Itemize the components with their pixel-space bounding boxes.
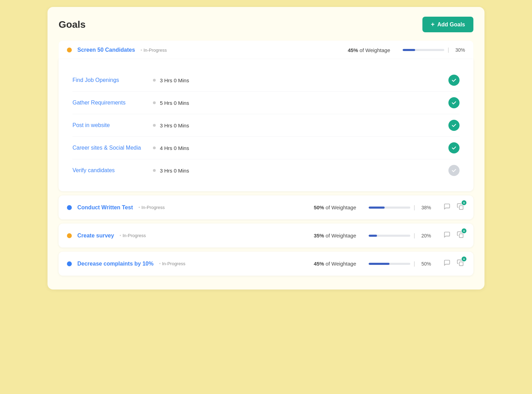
subtask-panel-screen-candidates: Find Job Openings 3 Hrs 0 Mins Gather Re… — [59, 59, 473, 191]
goal-row-written-test: Conduct Written Test In-Progress 50% of … — [59, 195, 473, 219]
add-badge: + — [462, 200, 466, 205]
svg-rect-0 — [460, 206, 463, 210]
add-subtask-button[interactable]: + — [455, 230, 465, 241]
subtask-name-career-sites[interactable]: Career sites & Social Media — [72, 145, 149, 151]
goal-name-screen-candidates[interactable]: Screen 50 Candidates — [77, 47, 135, 53]
goal-dot-orange — [67, 48, 72, 52]
subtask-dot — [153, 124, 156, 127]
goal-dot-blue — [67, 205, 72, 210]
progress-pct: 30% — [453, 47, 465, 53]
progress-divider: | — [414, 233, 415, 239]
progress-pct: 50% — [419, 261, 431, 267]
add-goals-button[interactable]: + Add Goals — [422, 17, 473, 32]
goal-progress-written-test: | 38% — [369, 204, 431, 211]
subtask-name-gather-req[interactable]: Gather Requirements — [72, 100, 149, 106]
goal-name-create-survey[interactable]: Create survey — [77, 233, 114, 239]
goal-actions-written-test: + — [442, 202, 465, 213]
subtask-row: Post in website 3 Hrs 0 Mins — [72, 114, 460, 137]
goal-name-decrease-complaints[interactable]: Decrease complaints by 10% — [77, 261, 154, 267]
subtask-dot — [153, 169, 156, 172]
subtask-row: Career sites & Social Media 4 Hrs 0 Mins — [72, 137, 460, 159]
goal-header-create-survey: Create survey In-Progress 35% of Weighta… — [59, 224, 473, 248]
goals-card: Goals + Add Goals Screen 50 Candidates I… — [48, 7, 484, 290]
subtask-row: Find Job Openings 3 Hrs 0 Mins — [72, 69, 460, 92]
progress-divider: | — [414, 261, 415, 267]
goal-status-create-survey: In-Progress — [120, 233, 146, 238]
add-badge: + — [462, 257, 466, 261]
progress-bar-fill — [369, 207, 385, 209]
check-done-icon — [448, 75, 460, 86]
subtask-name-verify[interactable]: Verify candidates — [72, 167, 149, 174]
add-subtask-button[interactable]: + — [455, 202, 465, 213]
goal-header-decrease-complaints: Decrease complaints by 10% In-Progress 4… — [59, 252, 473, 276]
goal-dot-blue — [67, 261, 72, 266]
goal-weightage-written-test: 50% of Weightage — [314, 204, 356, 210]
check-done-icon — [448, 120, 460, 131]
progress-divider: | — [414, 204, 415, 211]
progress-bar-fill — [369, 235, 377, 237]
subtask-time-gather-req: 5 Hrs 0 Mins — [160, 100, 444, 106]
subtask-time-career-sites: 4 Hrs 0 Mins — [160, 145, 444, 151]
goal-status-screen-candidates: In-Progress — [140, 48, 167, 53]
subtask-time-find-job: 3 Hrs 0 Mins — [160, 77, 444, 83]
goal-progress-decrease-complaints: | 50% — [369, 261, 431, 267]
subtask-row: Gather Requirements 5 Hrs 0 Mins — [72, 92, 460, 114]
page-title: Goals — [59, 19, 86, 30]
check-pending-icon — [448, 165, 460, 176]
progress-pct: 38% — [419, 205, 431, 210]
progress-pct: 20% — [419, 233, 431, 238]
goal-weightage-decrease-complaints: 45% of Weightage — [314, 261, 356, 267]
goals-header: Goals + Add Goals — [59, 17, 473, 32]
goal-weightage-create-survey: 35% of Weightage — [314, 233, 356, 238]
goal-weightage-screen-candidates: 45% of Weightage — [348, 47, 390, 53]
goal-row-screen-candidates: Screen 50 Candidates In-Progress 45% of … — [59, 41, 473, 191]
goal-dot-orange — [67, 233, 72, 238]
goal-progress-create-survey: | 20% — [369, 233, 431, 239]
add-goals-label: Add Goals — [437, 22, 465, 28]
add-badge: + — [462, 228, 466, 233]
subtask-time-post-website: 3 Hrs 0 Mins — [160, 123, 444, 128]
goal-row-decrease-complaints: Decrease complaints by 10% In-Progress 4… — [59, 252, 473, 276]
progress-bar-bg — [369, 263, 410, 265]
subtask-name-find-job[interactable]: Find Job Openings — [72, 77, 149, 83]
svg-rect-2 — [460, 262, 463, 266]
add-subtask-button[interactable]: + — [455, 258, 465, 269]
subtask-row: Verify candidates 3 Hrs 0 Mins — [72, 159, 460, 182]
progress-bar-fill — [369, 263, 389, 265]
goal-progress-screen-candidates: | 30% — [403, 47, 465, 53]
check-done-icon — [448, 142, 460, 153]
subtask-dot — [153, 101, 156, 104]
check-done-icon — [448, 97, 460, 108]
goal-status-written-test: In-Progress — [138, 205, 165, 210]
goal-name-written-test[interactable]: Conduct Written Test — [77, 204, 133, 211]
comment-button[interactable] — [442, 258, 452, 269]
goal-actions-decrease-complaints: + — [442, 258, 465, 269]
progress-bar-fill — [403, 49, 415, 51]
comment-button[interactable] — [442, 230, 452, 241]
subtask-time-verify: 3 Hrs 0 Mins — [160, 168, 444, 174]
plus-icon: + — [431, 21, 435, 28]
goal-actions-create-survey: + — [442, 230, 465, 241]
comment-button[interactable] — [442, 202, 452, 213]
progress-divider: | — [448, 47, 449, 53]
progress-bar-bg — [403, 49, 444, 51]
goal-status-decrease-complaints: In-Progress — [159, 261, 186, 266]
subtask-dot — [153, 79, 156, 82]
progress-bar-bg — [369, 235, 410, 237]
subtask-dot — [153, 146, 156, 149]
goal-header-written-test: Conduct Written Test In-Progress 50% of … — [59, 195, 473, 219]
progress-bar-bg — [369, 207, 410, 209]
subtask-name-post-website[interactable]: Post in website — [72, 122, 149, 128]
goal-row-create-survey: Create survey In-Progress 35% of Weighta… — [59, 224, 473, 248]
svg-rect-1 — [460, 234, 463, 238]
